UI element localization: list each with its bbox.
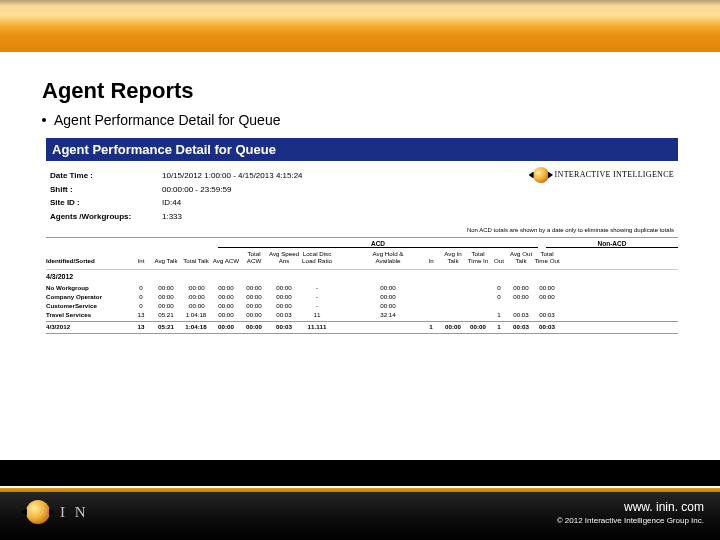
meta-agents-value: 1:333 bbox=[162, 210, 182, 224]
black-band bbox=[0, 460, 720, 486]
meta-site-value: ID:44 bbox=[162, 196, 181, 210]
orb-icon bbox=[533, 167, 549, 183]
page-title: Agent Reports bbox=[42, 78, 692, 104]
footer-bar: I N www. inin. com © 2012 Interactive In… bbox=[0, 486, 720, 540]
date-group: 4/3/2012 bbox=[46, 269, 678, 283]
report-footnote: Non ACD totals are shown by a date only … bbox=[46, 225, 678, 237]
orb-icon bbox=[26, 500, 50, 524]
report-table: ACD Non-ACD Identified/Sorted Int Avg Ta… bbox=[46, 237, 678, 334]
meta-shift-value: 00:00:00 - 23:59:59 bbox=[162, 183, 231, 197]
meta-agents-label: Agents /Workgroups: bbox=[50, 210, 162, 224]
bullet-text: Agent Performance Detail for Queue bbox=[54, 112, 280, 128]
table-total: 4/3/20121305:211:04:1800:0000:0000:0311.… bbox=[46, 321, 678, 331]
meta-datetime-label: Date Time : bbox=[50, 169, 162, 183]
column-headers: Identified/Sorted Int Avg Talk Total Tal… bbox=[46, 248, 678, 269]
footer-brand-short: I N bbox=[60, 504, 89, 521]
report-screenshot: Agent Performance Detail for Queue INTER… bbox=[46, 138, 678, 334]
meta-datetime-value: 10/15/2012 1:00:00 - 4/15/2013 4:15:24 bbox=[162, 169, 303, 183]
brand-text: INTERACTIVE INTELLIGENCE bbox=[555, 168, 674, 182]
bullet-dot-icon bbox=[42, 118, 46, 122]
section-acd: ACD bbox=[218, 240, 538, 248]
table-row: CustomerService000:00:00:0000:0000:0000:… bbox=[46, 301, 678, 310]
table-row: Company Operator000:00:00:0000:0000:0000… bbox=[46, 292, 678, 301]
table-row: No Workgroup000:00:00:0000:0000:0000:00-… bbox=[46, 283, 678, 292]
meta-site-label: Site ID : bbox=[50, 196, 162, 210]
footer-copyright: © 2012 Interactive Intelligence Group In… bbox=[557, 516, 704, 525]
table-rows: No Workgroup000:00:00:0000:0000:0000:00-… bbox=[46, 283, 678, 319]
header-decoration bbox=[0, 0, 720, 64]
bullet-item: Agent Performance Detail for Queue bbox=[42, 112, 692, 128]
table-row: 4/3/20121305:211:04:1800:0000:0000:0311.… bbox=[46, 321, 678, 331]
meta-shift-label: Shift : bbox=[50, 183, 162, 197]
report-meta: INTERACTIVE INTELLIGENCE Date Time :10/1… bbox=[46, 161, 678, 225]
table-row: Travel Services1305:211:04:1800:0000:000… bbox=[46, 310, 678, 319]
brand-logo: INTERACTIVE INTELLIGENCE bbox=[533, 167, 674, 183]
footer-url: www. inin. com bbox=[557, 500, 704, 514]
section-nonacd: Non-ACD bbox=[546, 240, 678, 248]
report-title: Agent Performance Detail for Queue bbox=[46, 138, 678, 161]
footer-logo: I N bbox=[26, 500, 89, 524]
